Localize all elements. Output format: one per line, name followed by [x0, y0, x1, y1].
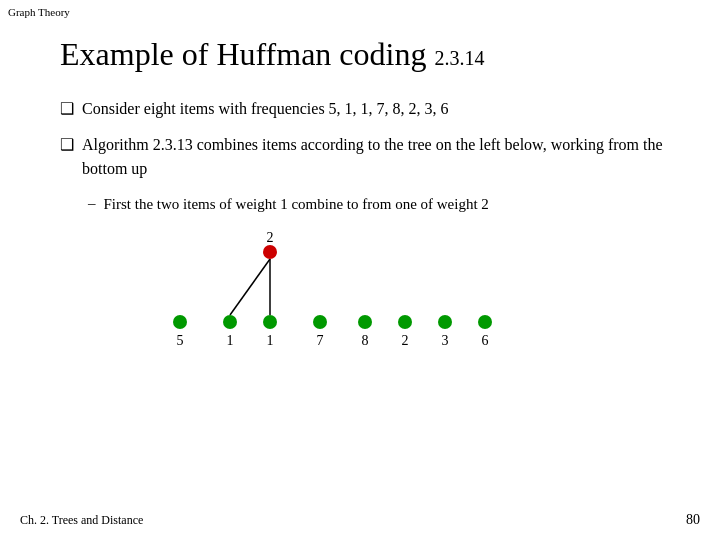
bullet-2: ❑ Algorithm 2.3.13 combines items accord…: [60, 133, 700, 181]
bullet-symbol-2: ❑: [60, 135, 74, 154]
page-title-sub: 2.3.14: [434, 47, 484, 70]
svg-point-18: [478, 315, 492, 329]
svg-point-4: [173, 315, 187, 329]
bullet-1: ❑ Consider eight items with frequencies …: [60, 97, 700, 121]
svg-text:8: 8: [362, 333, 369, 348]
page-title: Example of Huffman coding: [60, 36, 426, 73]
svg-text:1: 1: [227, 333, 234, 348]
diagram-area: 2 5 1 1 7 8 2 3 6: [120, 232, 520, 362]
svg-point-8: [263, 315, 277, 329]
svg-text:2: 2: [402, 333, 409, 348]
footer-left: Ch. 2. Trees and Distance: [20, 513, 143, 528]
svg-text:7: 7: [317, 333, 324, 348]
footer: Ch. 2. Trees and Distance 80: [20, 512, 700, 528]
main-content: Example of Huffman coding 2.3.14 ❑ Consi…: [60, 36, 700, 362]
svg-point-6: [223, 315, 237, 329]
svg-text:3: 3: [442, 333, 449, 348]
sub-bullet-text-1: First the two items of weight 1 combine …: [104, 193, 489, 216]
svg-point-2: [263, 245, 277, 259]
svg-point-12: [358, 315, 372, 329]
huffman-tree-svg: 2 5 1 1 7 8 2 3 6: [120, 232, 540, 362]
svg-point-16: [438, 315, 452, 329]
svg-text:1: 1: [267, 333, 274, 348]
sub-bullet-symbol-1: –: [88, 195, 96, 212]
svg-line-0: [230, 259, 270, 315]
svg-text:2: 2: [267, 232, 274, 245]
bullet-text-2: Algorithm 2.3.13 combines items accordin…: [82, 133, 700, 181]
svg-point-14: [398, 315, 412, 329]
footer-page-number: 80: [686, 512, 700, 528]
sub-bullet-1: – First the two items of weight 1 combin…: [88, 193, 700, 216]
bullet-symbol-1: ❑: [60, 99, 74, 118]
svg-point-10: [313, 315, 327, 329]
title-area: Example of Huffman coding 2.3.14: [60, 36, 700, 73]
svg-text:6: 6: [482, 333, 489, 348]
svg-text:5: 5: [177, 333, 184, 348]
bullet-text-1: Consider eight items with frequencies 5,…: [82, 97, 449, 121]
course-label: Graph Theory: [8, 6, 70, 18]
